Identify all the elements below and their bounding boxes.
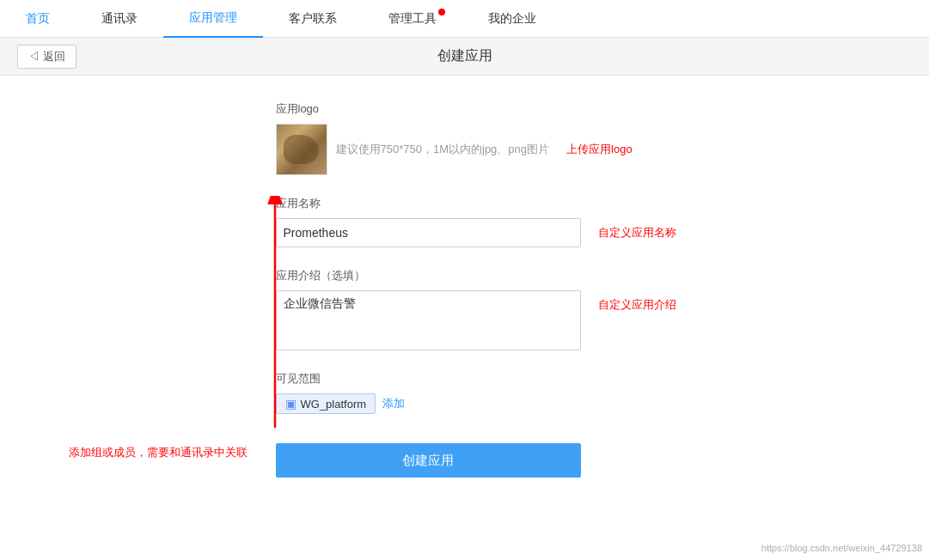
nav-home[interactable]: 首页 xyxy=(0,0,76,38)
logo-hint-text: 建议使用750*750，1M以内的jpg、png图片 xyxy=(336,142,550,157)
add-scope-button[interactable]: 添加 xyxy=(382,396,405,411)
app-desc-field-row: 企业微信告警 自定义应用介绍 xyxy=(276,290,757,350)
app-name-hint: 自定义应用名称 xyxy=(598,225,676,240)
nav-customer-label: 客户联系 xyxy=(289,11,337,27)
app-name-label: 应用名称 xyxy=(276,196,757,211)
upload-logo-button[interactable]: 上传应用logo xyxy=(566,142,633,157)
app-desc-textarea[interactable]: 企业微信告警 xyxy=(276,290,581,350)
scope-row: 可见范围 ▣ WG_platform 添加 xyxy=(276,371,757,414)
scope-tag[interactable]: ▣ WG_platform xyxy=(276,393,376,414)
app-name-row: 应用名称 自定义应用名称 xyxy=(276,196,757,247)
back-button[interactable]: ◁ 返回 xyxy=(17,45,76,69)
app-name-input[interactable] xyxy=(276,218,581,247)
nav-tools[interactable]: 管理工具 xyxy=(363,0,462,38)
app-desc-row: 应用介绍（选填） 企业微信告警 自定义应用介绍 xyxy=(276,268,757,350)
nav-bar: 首页 通讯录 应用管理 客户联系 管理工具 我的企业 xyxy=(0,0,929,38)
nav-customer[interactable]: 客户联系 xyxy=(263,0,363,38)
form-container: 应用logo 建议使用750*750，1M以内的jpg、png图片 上传应用lo… xyxy=(276,101,757,498)
logo-area: 建议使用750*750，1M以内的jpg、png图片 上传应用logo xyxy=(276,124,757,175)
logo-label: 应用logo xyxy=(276,101,757,117)
app-name-field-row: 自定义应用名称 xyxy=(276,218,757,247)
create-app-button[interactable]: 创建应用 xyxy=(276,443,581,478)
nav-contacts[interactable]: 通讯录 xyxy=(76,0,163,38)
sub-header: ◁ 返回 创建应用 xyxy=(0,38,929,76)
nav-app-mgmt[interactable]: 应用管理 xyxy=(163,0,263,38)
logo-image xyxy=(277,125,327,174)
notification-dot xyxy=(438,9,445,15)
nav-app-mgmt-label: 应用管理 xyxy=(189,10,237,26)
app-desc-label: 应用介绍（选填） xyxy=(276,268,757,283)
logo-preview xyxy=(276,124,327,175)
nav-my-company-label: 我的企业 xyxy=(488,11,536,27)
nav-my-company[interactable]: 我的企业 xyxy=(462,0,562,38)
nav-contacts-label: 通讯录 xyxy=(101,11,138,27)
logo-row: 应用logo 建议使用750*750，1M以内的jpg、png图片 上传应用lo… xyxy=(276,101,757,175)
page-title: 创建应用 xyxy=(437,47,492,65)
scope-field-row: ▣ WG_platform 添加 xyxy=(276,393,757,414)
scope-label: 可见范围 xyxy=(276,371,757,387)
scope-tag-text: WG_platform xyxy=(301,398,367,411)
nav-home-label: 首页 xyxy=(26,11,50,27)
folder-icon: ▣ xyxy=(285,397,296,411)
main-content: 应用logo 建议使用750*750，1M以内的jpg、png图片 上传应用lo… xyxy=(0,76,929,524)
nav-tools-label: 管理工具 xyxy=(388,11,437,27)
watermark: https://blog.csdn.net/weixin_44729138 xyxy=(761,543,922,553)
app-desc-hint: 自定义应用介绍 xyxy=(598,297,676,313)
create-row: 创建应用 xyxy=(276,435,757,478)
